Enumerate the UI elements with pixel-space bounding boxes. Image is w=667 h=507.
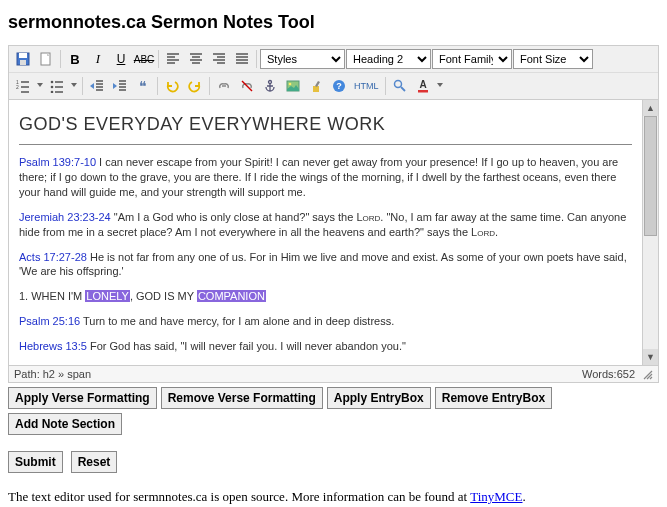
- styles-select[interactable]: Styles: [260, 49, 345, 69]
- svg-point-6: [51, 81, 54, 84]
- apply-verse-formatting-button[interactable]: Apply Verse Formatting: [8, 387, 157, 409]
- ordered-list-menu-icon[interactable]: [35, 75, 45, 97]
- verse-ref: Acts 17:27-28: [19, 251, 87, 263]
- unordered-list-menu-icon[interactable]: [69, 75, 79, 97]
- add-note-section-button[interactable]: Add Note Section: [8, 413, 122, 435]
- resize-handle-icon[interactable]: [641, 368, 653, 380]
- newdoc-icon[interactable]: [35, 48, 57, 70]
- reset-button[interactable]: Reset: [71, 451, 118, 473]
- link-icon[interactable]: [213, 75, 235, 97]
- text-color-menu-icon[interactable]: [435, 75, 445, 97]
- entrybox[interactable]: COMPANION: [197, 290, 266, 302]
- text-color-icon[interactable]: A: [412, 75, 434, 97]
- svg-rect-1: [19, 53, 27, 58]
- paragraph: Psalm 16:11 You will show me the way of …: [19, 364, 632, 365]
- fill-in-line: 1. WHEN I'M LONELY, GOD IS MY COMPANION: [19, 289, 632, 304]
- heading-rule: [19, 144, 632, 145]
- entrybox[interactable]: LONELY: [85, 290, 130, 302]
- paragraph: Jeremiah 23:23-24 "Am I a God who is onl…: [19, 210, 632, 240]
- form-buttons: Submit Reset: [8, 451, 659, 473]
- paragraph: Psalm 139:7-10 I can never escape from y…: [19, 155, 632, 200]
- find-replace-icon[interactable]: [389, 75, 411, 97]
- svg-text:2: 2: [16, 84, 19, 90]
- outdent-icon[interactable]: [86, 75, 108, 97]
- align-left-icon[interactable]: [162, 48, 184, 70]
- svg-rect-2: [20, 60, 26, 65]
- image-icon[interactable]: [282, 75, 304, 97]
- save-icon[interactable]: [12, 48, 34, 70]
- vertical-scrollbar[interactable]: ▲ ▼: [642, 100, 658, 365]
- svg-point-11: [289, 83, 292, 86]
- unordered-list-icon[interactable]: [46, 75, 68, 97]
- verse-ref: Psalm 139:7-10: [19, 156, 96, 168]
- cleanup-icon[interactable]: [305, 75, 327, 97]
- editor-statusbar: Path: h2 » span Words:652: [9, 365, 658, 382]
- verse-ref: Psalm 25:16: [19, 315, 80, 327]
- ordered-list-icon[interactable]: 12: [12, 75, 34, 97]
- apply-entrybox-button[interactable]: Apply EntryBox: [327, 387, 431, 409]
- svg-text:?: ?: [336, 81, 342, 91]
- align-right-icon[interactable]: [208, 48, 230, 70]
- svg-rect-12: [313, 86, 319, 92]
- remove-entrybox-button[interactable]: Remove EntryBox: [435, 387, 552, 409]
- svg-point-8: [51, 91, 54, 93]
- blockquote-icon[interactable]: ❝: [132, 75, 154, 97]
- help-icon[interactable]: ?: [328, 75, 350, 97]
- rich-text-editor: B I U ABC Styles Heading 2 Font Family F…: [8, 45, 659, 383]
- scroll-down-icon[interactable]: ▼: [643, 349, 658, 365]
- anchor-icon[interactable]: [259, 75, 281, 97]
- svg-point-7: [51, 86, 54, 89]
- editor-content-area[interactable]: GOD'S EVERYDAY EVERYWHERE WORK Psalm 139…: [9, 100, 642, 365]
- strikethrough-button[interactable]: ABC: [133, 48, 155, 70]
- remove-verse-formatting-button[interactable]: Remove Verse Formatting: [161, 387, 323, 409]
- element-path[interactable]: Path: h2 » span: [14, 368, 91, 380]
- scroll-up-icon[interactable]: ▲: [643, 100, 658, 116]
- editor-toolbar: B I U ABC Styles Heading 2 Font Family F…: [9, 46, 658, 100]
- format-select[interactable]: Heading 2: [346, 49, 431, 69]
- tinymce-link[interactable]: TinyMCE: [470, 489, 522, 504]
- scroll-thumb[interactable]: [644, 116, 657, 236]
- action-buttons: Apply Verse Formatting Remove Verse Form…: [8, 387, 659, 435]
- verse-ref: Jeremiah 23:23-24: [19, 211, 111, 223]
- font-family-select[interactable]: Font Family: [432, 49, 512, 69]
- page-title: sermonnotes.ca Sermon Notes Tool: [8, 12, 659, 33]
- html-button[interactable]: HTML: [351, 75, 382, 97]
- underline-button[interactable]: U: [110, 48, 132, 70]
- doc-heading: GOD'S EVERYDAY EVERYWHERE WORK: [19, 112, 632, 136]
- paragraph: Acts 17:27-28 He is not far from any one…: [19, 250, 632, 280]
- indent-icon[interactable]: [109, 75, 131, 97]
- undo-icon[interactable]: [161, 75, 183, 97]
- bold-button[interactable]: B: [64, 48, 86, 70]
- footnote: The text editor used for sermnnotes.ca i…: [8, 489, 659, 505]
- word-count: Words:652: [582, 368, 635, 380]
- align-center-icon[interactable]: [185, 48, 207, 70]
- align-justify-icon[interactable]: [231, 48, 253, 70]
- svg-text:A: A: [419, 79, 426, 90]
- submit-button[interactable]: Submit: [8, 451, 63, 473]
- italic-button[interactable]: I: [87, 48, 109, 70]
- svg-rect-17: [418, 90, 428, 93]
- verse-ref: Hebrews 13:5: [19, 340, 87, 352]
- svg-point-15: [394, 81, 401, 88]
- font-size-select[interactable]: Font Size: [513, 49, 593, 69]
- unlink-icon[interactable]: [236, 75, 258, 97]
- redo-icon[interactable]: [184, 75, 206, 97]
- paragraph: Hebrews 13:5 For God has said, "I will n…: [19, 339, 632, 354]
- paragraph: Psalm 25:16 Turn to me and have mercy, f…: [19, 314, 632, 329]
